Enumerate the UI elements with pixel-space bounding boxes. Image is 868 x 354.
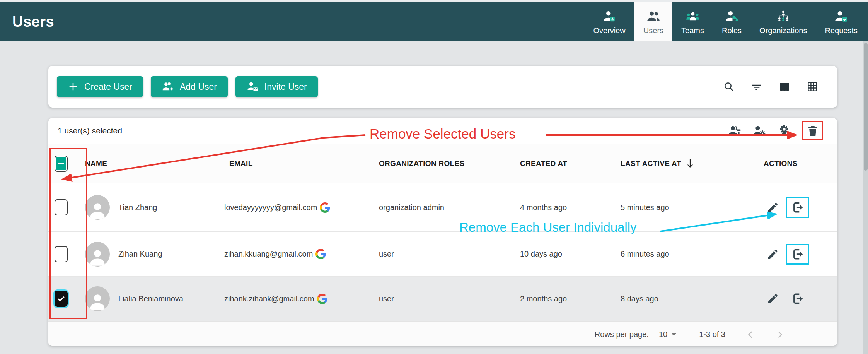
add-user-button[interactable]: Add User — [151, 76, 228, 97]
nav-tab-organizations[interactable]: Organizations — [750, 2, 816, 41]
nav-label: Roles — [722, 26, 742, 35]
nav-label: Users — [643, 26, 663, 35]
next-page-button[interactable] — [775, 330, 785, 340]
nav-tab-requests[interactable]: Requests — [816, 2, 867, 41]
user-role: organization admin — [379, 203, 520, 212]
remove-user-icon[interactable] — [791, 248, 804, 261]
requests-icon — [834, 9, 848, 24]
edit-user-icon[interactable] — [767, 248, 779, 260]
google-icon — [320, 202, 330, 213]
person-plus-icon — [162, 80, 174, 93]
toolbar-buttons: Create User Add User Invite User — [57, 76, 318, 97]
nav-label: Requests — [825, 26, 858, 35]
search-icon[interactable] — [723, 80, 735, 93]
create-user-button[interactable]: Create User — [57, 76, 143, 97]
user-name: Zihan Kuang — [118, 250, 162, 258]
table-row-selected[interactable]: Lialia Beniaminova zihank.zihank@gmail.c… — [48, 277, 837, 321]
column-header-email[interactable]: EMAIL — [224, 159, 379, 168]
user-role: user — [379, 294, 520, 303]
person-envelope-icon — [246, 80, 259, 93]
last-active-at: 6 minutes ago — [621, 250, 764, 258]
rows-per-page-select[interactable]: 10 — [659, 330, 677, 339]
dropdown-caret-icon — [671, 333, 677, 337]
remove-user-annotation-box — [786, 197, 809, 218]
bulk-action-icons — [728, 121, 823, 140]
filter-icon[interactable] — [750, 80, 763, 93]
table-header-row: NAME EMAIL ORGANIZATION ROLES CREATED AT… — [48, 144, 837, 183]
remove-user-icon[interactable] — [791, 292, 804, 305]
overview-icon — [602, 9, 616, 24]
remove-user-annotation-box — [786, 244, 809, 265]
column-header-name[interactable]: NAME — [85, 159, 224, 168]
award-role-icon[interactable] — [778, 124, 791, 137]
pagination-range: 1-3 of 3 — [699, 330, 725, 339]
column-view-icon[interactable] — [778, 80, 791, 93]
scrollbar[interactable] — [863, 41, 868, 354]
column-header-org-roles[interactable]: ORGANIZATION ROLES — [379, 159, 520, 168]
column-header-last-active[interactable]: LAST ACTIVE AT — [621, 158, 764, 169]
column-header-created-at[interactable]: CREATED AT — [520, 159, 621, 168]
user-settings-icon[interactable] — [753, 124, 766, 137]
rows-per-page-value: 10 — [659, 330, 667, 339]
avatar — [85, 195, 110, 220]
user-name: Tian Zhang — [118, 203, 157, 212]
grid-view-icon[interactable] — [806, 80, 819, 93]
add-user-label: Add User — [180, 82, 217, 92]
main-nav: Overview Users Teams Roles — [584, 2, 866, 41]
table-view-tools — [723, 80, 819, 93]
table-row[interactable]: Tian Zhang lovedayyyyyyy@gmail.com organ… — [48, 183, 837, 232]
google-icon — [315, 249, 326, 259]
nav-tab-roles[interactable]: Roles — [713, 2, 750, 41]
user-name: Lialia Beniaminova — [118, 294, 183, 303]
scrollbar-thumb[interactable] — [864, 43, 868, 171]
users-admin-page: Users Overview Users Teams — [0, 0, 868, 354]
trash-icon[interactable] — [806, 124, 819, 137]
remove-user-icon[interactable] — [791, 201, 804, 214]
created-at: 2 months ago — [520, 294, 621, 303]
organizations-icon — [776, 9, 790, 24]
created-at: 4 months ago — [520, 203, 621, 212]
invite-user-button[interactable]: Invite User — [235, 76, 318, 97]
nav-tab-teams[interactable]: Teams — [672, 2, 713, 41]
sort-desc-icon[interactable] — [686, 158, 694, 169]
page-title: Users — [12, 14, 54, 30]
nav-label: Overview — [593, 26, 625, 35]
teams-icon — [686, 9, 700, 24]
nav-tab-users[interactable]: Users — [634, 2, 672, 41]
row-checkbox[interactable] — [55, 246, 68, 262]
last-active-label: LAST ACTIVE AT — [621, 159, 681, 168]
avatar — [85, 286, 110, 311]
table-row[interactable]: Zihan Kuang zihan.kkuang@gmail.com user … — [48, 232, 837, 277]
user-email: lovedayyyyyyy@gmail.com — [224, 203, 317, 212]
edit-user-icon[interactable] — [767, 201, 779, 214]
select-all-checkbox[interactable] — [55, 156, 68, 172]
last-active-at: 8 days ago — [621, 294, 764, 303]
selection-count: 1 user(s) selected — [58, 126, 122, 135]
remove-user-from-team-icon[interactable] — [728, 124, 741, 137]
google-icon — [317, 294, 327, 304]
edit-user-icon[interactable] — [767, 292, 779, 305]
previous-page-button[interactable] — [745, 330, 755, 340]
avatar — [85, 242, 110, 267]
created-at: 10 days ago — [520, 250, 621, 258]
nav-label: Teams — [681, 26, 704, 35]
indeterminate-dash-icon — [58, 163, 64, 164]
pagination-bar: Rows per page: 10 1-3 of 3 — [48, 321, 837, 346]
roles-icon — [725, 9, 739, 24]
row-checkbox-checked[interactable] — [55, 291, 68, 307]
nav-tab-overview[interactable]: Overview — [584, 2, 634, 41]
nav-label: Organizations — [759, 26, 807, 35]
plus-icon — [68, 81, 78, 92]
users-icon — [646, 9, 660, 24]
last-active-at: 5 minutes ago — [621, 203, 764, 212]
create-user-label: Create User — [84, 82, 132, 92]
user-email: zihan.kkuang@gmail.com — [224, 250, 313, 258]
delete-selected-annotation-box — [802, 121, 823, 140]
user-email: zihank.zihank@gmail.com — [224, 294, 314, 303]
selection-bar: 1 user(s) selected — [48, 118, 837, 144]
toolbar: Create User Add User Invite User — [48, 66, 837, 108]
invite-user-label: Invite User — [264, 82, 307, 92]
column-header-actions: ACTIONS — [764, 159, 837, 168]
users-table: 1 user(s) selected — [48, 118, 837, 346]
row-checkbox[interactable] — [55, 199, 68, 215]
